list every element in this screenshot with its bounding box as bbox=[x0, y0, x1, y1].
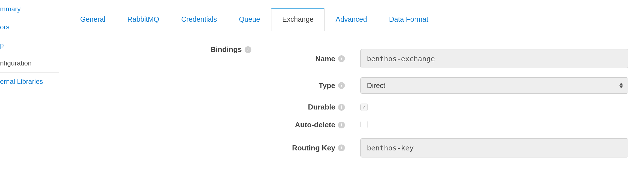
label-text: Name bbox=[315, 54, 335, 63]
info-icon[interactable] bbox=[338, 122, 345, 128]
label-text: Type bbox=[319, 81, 335, 90]
tab-advanced[interactable]: Advanced bbox=[325, 8, 378, 31]
form-control-name bbox=[360, 49, 628, 68]
durable-checkbox[interactable] bbox=[360, 104, 368, 111]
sidebar-item-label: ernal Libraries bbox=[0, 78, 43, 85]
sidebar-static-label: nfiguration bbox=[0, 59, 32, 67]
label-text: Routing Key bbox=[292, 144, 335, 152]
sidebar-section-configuration: nfiguration bbox=[0, 54, 59, 72]
form-control-autodelete bbox=[360, 121, 628, 129]
tab-credentials[interactable]: Credentials bbox=[170, 8, 228, 31]
tab-queue[interactable]: Queue bbox=[228, 8, 271, 31]
tab-label: Data Format bbox=[389, 15, 428, 23]
tab-label: Exchange bbox=[282, 15, 314, 23]
form-label-durable: Durable bbox=[266, 103, 345, 111]
section-label-text: Bindings bbox=[210, 45, 242, 54]
sidebar-item-label: ors bbox=[0, 23, 9, 31]
info-icon[interactable] bbox=[338, 104, 345, 111]
form-control-routingkey bbox=[360, 138, 628, 157]
exchange-form-panel: Name Type Direct Durable bbox=[257, 44, 637, 169]
info-icon[interactable] bbox=[245, 46, 251, 53]
sidebar-item-summary[interactable]: mmary bbox=[0, 0, 59, 18]
sidebar-item-p[interactable]: p bbox=[0, 36, 59, 54]
routing-key-input[interactable] bbox=[360, 138, 628, 157]
tab-general[interactable]: General bbox=[69, 8, 116, 31]
info-icon[interactable] bbox=[338, 82, 345, 89]
sidebar-item-label: mmary bbox=[0, 5, 21, 13]
label-text: Auto-delete bbox=[295, 121, 335, 129]
form-label-autodelete: Auto-delete bbox=[266, 121, 345, 129]
info-icon[interactable] bbox=[338, 144, 345, 151]
tabs: General RabbitMQ Credentials Queue Excha… bbox=[68, 0, 644, 31]
tab-label: Advanced bbox=[336, 15, 367, 23]
sidebar: mmary ors p nfiguration ernal Libraries bbox=[0, 0, 59, 184]
form-control-type: Direct bbox=[360, 77, 628, 94]
form-row-type: Type Direct bbox=[266, 77, 628, 94]
form-row-autodelete: Auto-delete bbox=[266, 121, 628, 129]
sidebar-item-ors[interactable]: ors bbox=[0, 18, 59, 36]
type-select[interactable]: Direct bbox=[360, 77, 628, 94]
label-text: Durable bbox=[308, 103, 335, 111]
form-row-durable: Durable bbox=[266, 103, 628, 111]
tab-label: RabbitMQ bbox=[127, 15, 159, 23]
form-row-name: Name bbox=[266, 49, 628, 68]
tab-label: Credentials bbox=[181, 15, 217, 23]
sidebar-item-label: p bbox=[0, 41, 4, 49]
tab-data-format[interactable]: Data Format bbox=[378, 8, 439, 31]
form-control-durable bbox=[360, 104, 628, 111]
tab-rabbitmq[interactable]: RabbitMQ bbox=[116, 8, 170, 31]
autodelete-checkbox[interactable] bbox=[360, 121, 368, 128]
tab-label: General bbox=[80, 15, 105, 23]
form-row-routingkey: Routing Key bbox=[266, 138, 628, 157]
info-icon[interactable] bbox=[338, 55, 345, 62]
form-label-name: Name bbox=[266, 54, 345, 63]
sidebar-item-external-libraries[interactable]: ernal Libraries bbox=[0, 72, 59, 91]
form-label-type: Type bbox=[266, 81, 345, 90]
tab-label: Queue bbox=[239, 15, 260, 23]
form-label-routingkey: Routing Key bbox=[266, 144, 345, 152]
name-input[interactable] bbox=[360, 49, 628, 68]
tab-exchange[interactable]: Exchange bbox=[271, 8, 325, 31]
section-bindings-label: Bindings bbox=[68, 45, 251, 54]
